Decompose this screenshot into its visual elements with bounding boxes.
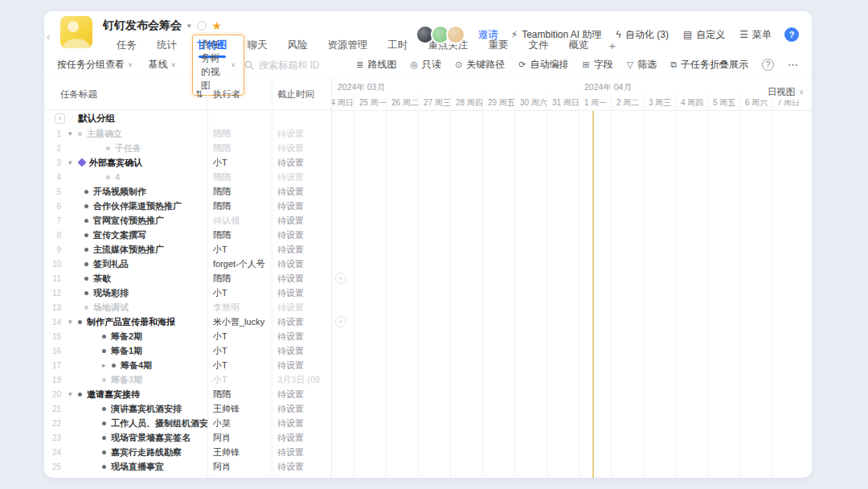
dropdown-按任务分组查看[interactable]: 按任务分组查看∨	[57, 58, 133, 72]
task-row[interactable]: 6合作伙伴渠道预热推广隋隋待设置	[44, 199, 331, 213]
task-executor[interactable]: 小T	[207, 374, 272, 386]
task-executor[interactable]: 阿肖	[207, 461, 272, 473]
task-executor[interactable]: forget-个人号	[207, 258, 272, 270]
task-executor[interactable]: 小T	[207, 157, 272, 169]
task-row[interactable]: 24嘉宾行走路线勘察王帅锋待设置	[44, 445, 331, 459]
task-due-date[interactable]: 待设置	[272, 142, 332, 154]
tab-资源管理[interactable]: 资源管理	[328, 39, 368, 52]
task-executor[interactable]: 阿肖	[207, 432, 272, 444]
task-due-date[interactable]: 待设置	[272, 388, 332, 401]
task-due-date[interactable]: 待设置	[272, 200, 332, 212]
task-executor[interactable]: 王帅锋	[207, 403, 272, 415]
task-row[interactable]: 9主流媒体预热推广小T待设置	[44, 242, 331, 257]
task-row[interactable]: 22工作人员、摄制组机酒安排小菜待设置	[44, 416, 331, 430]
column-due-date[interactable]: 截止时间	[277, 88, 314, 101]
task-executor[interactable]: 隋隋	[207, 142, 272, 154]
task-executor[interactable]: 隋隋	[207, 229, 272, 241]
action-自定义[interactable]: ▤自定义	[683, 28, 725, 42]
dropdown-基线[interactable]: 基线∨	[149, 58, 176, 72]
action-Teambition AI 助理[interactable]: ⚡Teambition AI 助理	[511, 28, 602, 42]
task-row[interactable]: 3▾外部嘉宾确认小T待设置	[44, 155, 331, 170]
gantt-overflow-left-icon[interactable]: ‹	[335, 273, 346, 284]
task-due-date[interactable]: 待设置	[272, 403, 332, 415]
tab-工时[interactable]: 工时	[388, 39, 408, 52]
task-executor[interactable]: 小T	[207, 244, 272, 256]
task-due-date[interactable]: 待设置	[272, 258, 332, 270]
task-due-date[interactable]: 待设置	[272, 446, 332, 458]
favorite-star-icon[interactable]: ★	[212, 20, 223, 31]
task-due-date[interactable]: 待设置	[272, 273, 332, 285]
action-菜单[interactable]: ☰菜单	[739, 28, 772, 42]
tool-只读[interactable]: ◎只读	[410, 58, 441, 72]
view-mode-select[interactable]: 日视图 ∨	[760, 84, 807, 100]
task-due-date[interactable]: 待设置	[272, 128, 332, 140]
caret-right-icon[interactable]: ▸	[102, 361, 112, 369]
project-status-icon[interactable]	[197, 21, 207, 31]
task-executor[interactable]: 隋隋	[207, 171, 272, 183]
task-row[interactable]: 5开场视频制作隋隋待设置	[44, 184, 331, 199]
caret-down-icon[interactable]: ▾	[68, 318, 78, 326]
gantt-chart[interactable]: 24 周日25 周一26 周二27 周三28 周四29 周五30 周六31 周日…	[332, 78, 812, 478]
tab-聊天[interactable]: 聊天	[248, 39, 268, 52]
task-row[interactable]: 11茶歇隋隋待设置	[44, 271, 331, 286]
more-menu-icon[interactable]: ⋯	[788, 59, 799, 71]
task-executor[interactable]: 小菜	[207, 417, 272, 429]
task-row[interactable]: 14▾制作产品宣传册和海报米小普_lucky待设置	[44, 314, 331, 329]
tool-子任务折叠展示[interactable]: ⧉子任务折叠展示	[670, 58, 748, 72]
group-collapse-checkbox[interactable]: ∨	[55, 113, 65, 124]
task-due-date[interactable]: 3月3日 (09	[272, 374, 332, 386]
task-due-date[interactable]: 待设置	[272, 186, 332, 198]
task-row[interactable]: 12现场彩排小T待设置	[44, 286, 331, 300]
task-due-date[interactable]: 待设置	[272, 229, 332, 241]
task-row[interactable]: 25现场直播事宜阿肖待设置	[44, 459, 331, 474]
collapse-sidebar-icon[interactable]: ‹	[47, 31, 50, 43]
task-executor[interactable]: 小T	[207, 287, 272, 299]
task-row[interactable]: 1▾主题确立隋隋待设置	[44, 126, 331, 141]
task-row[interactable]: 19筹备3期小T3月3日 (09	[44, 372, 331, 387]
task-row[interactable]: 44隋隋待设置	[44, 170, 331, 184]
task-due-date[interactable]: 待设置	[272, 461, 332, 473]
task-due-date[interactable]: 待设置	[272, 360, 332, 372]
task-executor[interactable]: 隋隋	[207, 186, 272, 198]
action-自动化 (3)[interactable]: ϟ自动化 (3)	[616, 28, 669, 42]
toolbar-help-icon[interactable]: ?	[762, 59, 774, 71]
task-row[interactable]: 2子任务隋隋待设置	[44, 141, 331, 155]
task-row[interactable]: 20▾邀请嘉宾接待隋隋待设置	[44, 387, 331, 401]
task-executor[interactable]: 待认领	[207, 215, 272, 227]
column-task-title[interactable]: 任务标题	[60, 88, 97, 101]
tool-关键路径[interactable]: ⊙关键路径	[455, 58, 505, 72]
search-box[interactable]	[244, 60, 342, 71]
tool-筛选[interactable]: ▽筛选	[627, 58, 657, 72]
tool-自动编排[interactable]: ⟳自动编排	[518, 58, 568, 72]
caret-down-icon[interactable]: ▾	[68, 129, 78, 138]
task-executor[interactable]: 米小普_lucky	[207, 316, 272, 328]
task-executor[interactable]: 隋隋	[207, 273, 272, 285]
task-executor[interactable]: 隋隋	[207, 200, 272, 212]
task-row[interactable]: 13场地调试李慧明待设置	[44, 300, 331, 314]
tool-路线图[interactable]: ≣路线图	[356, 58, 396, 72]
task-due-date[interactable]: 待设置	[272, 287, 332, 299]
task-executor[interactable]: 小T	[207, 331, 272, 343]
task-due-date[interactable]: 待设置	[272, 331, 332, 343]
tab-风险[interactable]: 风险	[288, 39, 308, 52]
task-due-date[interactable]: 待设置	[272, 157, 332, 169]
group-row[interactable]: ∨ 默认分组	[44, 110, 331, 126]
invite-button[interactable]: 邀请	[478, 28, 498, 42]
project-title[interactable]: 钉钉发布会筹会	[103, 18, 182, 33]
column-executor[interactable]: 执行者	[213, 88, 241, 101]
caret-down-icon[interactable]: ▾	[68, 390, 78, 398]
tool-字段[interactable]: ⊞字段	[582, 58, 612, 72]
task-due-date[interactable]: 待设置	[272, 417, 332, 429]
task-row[interactable]: 17▸筹备4期小T待设置	[44, 358, 331, 372]
project-title-caret-icon[interactable]: ▾	[187, 22, 191, 30]
task-executor[interactable]: 李慧明	[207, 302, 272, 314]
task-due-date[interactable]: 待设置	[272, 432, 332, 444]
task-row[interactable]: 8宣传文案撰写隋隋待设置	[44, 228, 331, 242]
sort-icon[interactable]: ⇅	[195, 88, 203, 100]
task-due-date[interactable]: 待设置	[272, 345, 332, 357]
search-input[interactable]	[259, 60, 336, 71]
task-executor[interactable]: 隋隋	[207, 128, 272, 140]
member-avatars[interactable]	[416, 25, 465, 44]
task-row[interactable]: 7官网宣传预热推广待认领待设置	[44, 213, 331, 228]
task-row[interactable]: 16筹备1期小T待设置	[44, 343, 331, 358]
